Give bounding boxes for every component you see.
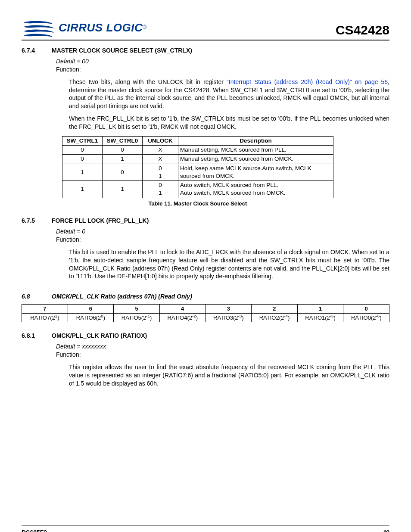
function-label: Function: (56, 351, 389, 359)
paragraph: This register allows the user to find th… (69, 363, 389, 388)
cell: 1 (62, 181, 103, 198)
bit-header-row: 7 6 5 4 3 2 1 0 (22, 305, 389, 314)
cell: Auto switch, MCLK sourced from PLL.Auto … (178, 181, 333, 198)
table-row: 0 1 X Manual setting, MCLK sourced from … (62, 155, 333, 164)
bit-num: 3 (206, 305, 252, 314)
cell: X (143, 155, 178, 164)
bit-num: 7 (22, 305, 68, 314)
bit-num: 0 (343, 305, 389, 314)
cell: 1 (103, 181, 143, 198)
page-header: CIRRUS LOGIC® CS42428 (22, 17, 389, 40)
cell: 0 (103, 164, 143, 180)
cell: 0 (103, 146, 143, 155)
bit-name: RATIO5(2-1) (114, 313, 160, 322)
text: These two bits, along with the UNLOCK bi… (69, 78, 227, 85)
default-block: Default = 0 Function: (56, 227, 389, 244)
doc-id: DS605F2 (22, 529, 47, 532)
cell: 01 (143, 181, 178, 198)
bit-name-row: RATIO7(21) RATIO6(20) RATIO5(2-1) RATIO4… (22, 313, 389, 322)
default-value: Default = 0 (56, 227, 389, 236)
function-label: Function: (56, 65, 389, 74)
section-6-8-1-heading: 6.8.1 OMCK/PLL_CLK RATIO (RATIOX) (22, 332, 389, 340)
bit-name: RATIO2(2-4) (252, 313, 298, 322)
logo-text: CIRRUS LOGIC® (59, 20, 146, 35)
table-row: 1 1 01 Auto switch, MCLK sourced from PL… (62, 181, 333, 198)
function-label: Function: (56, 236, 389, 244)
cell: Manual setting, MCLK sourced from PLL. (178, 146, 333, 155)
col-unlock: UNLOCK (143, 137, 178, 146)
bit-num: 4 (159, 305, 206, 314)
section-6-7-4-heading: 6.7.4 MASTER CLOCK SOURCE SELECT (SW_CTR… (22, 47, 389, 55)
section-title: MASTER CLOCK SOURCE SELECT (SW_CTRLX) (52, 47, 192, 55)
table-row: 0 0 X Manual setting, MCLK sourced from … (62, 146, 333, 155)
bit-name: RATIO7(21) (22, 313, 68, 322)
company-logo: CIRRUS LOGIC® (22, 17, 146, 39)
cell: 1 (62, 164, 103, 180)
cell: Manual setting, MCLK sourced from OMCK. (178, 155, 333, 164)
bit-name: RATIO0(2-6) (343, 313, 389, 322)
cell: 0 (62, 146, 103, 155)
col-sw-ctrl0: SW_CTRL0 (103, 137, 143, 146)
bit-num: 6 (68, 305, 114, 314)
bit-name: RATIO1(2-5) (297, 313, 343, 322)
section-number: 6.8 (22, 292, 41, 301)
bit-name: RATIO3(2-3) (206, 313, 252, 322)
page-number: 49 (383, 529, 389, 532)
cell: Hold, keep same MCLK source.Auto switch,… (178, 164, 333, 180)
paragraph: These two bits, along with the UNLOCK bi… (69, 78, 389, 111)
section-6-7-5-heading: 6.7.5 FORCE PLL LOCK (FRC_PLL_LK) (22, 217, 389, 225)
bit-name: RATIO6(20) (68, 313, 114, 322)
cell: 0 (62, 155, 103, 164)
col-sw-ctrl1: SW_CTRL1 (62, 137, 103, 146)
cell: X (143, 146, 178, 155)
paragraph: When the FRC_PLL_LK bit is set to '1'b, … (69, 115, 389, 131)
default-block: Default = 00 Function: (56, 57, 389, 74)
cell: 01 (143, 164, 178, 180)
section-number: 6.8.1 (22, 332, 41, 340)
default-value: Default = 00 (56, 57, 389, 65)
table-caption: Table 11. Master Clock Source Select (62, 200, 333, 208)
section-title: FORCE PLL LOCK (FRC_PLL_LK) (52, 217, 149, 225)
table-master-clock-source: SW_CTRL1 SW_CTRL0 UNLOCK Description 0 0… (62, 136, 333, 198)
section-number: 6.7.5 (22, 217, 41, 225)
section-title: OMCK/PLL_CLK Ratio (address 07h) (Read O… (52, 292, 192, 301)
default-value: Default = xxxxxxxx (56, 342, 389, 351)
link-interrupt-status[interactable]: "Interrupt Status (address 20h) (Read On… (227, 78, 388, 85)
paragraph: This bit is used to enable the PLL to lo… (69, 248, 389, 281)
bit-num: 5 (114, 305, 160, 314)
bit-name: RATIO4(2-2) (159, 313, 206, 322)
section-title: OMCK/PLL_CLK RATIO (RATIOX) (52, 332, 147, 340)
table-header-row: SW_CTRL1 SW_CTRL0 UNLOCK Description (62, 137, 333, 146)
page-footer: DS605F2 49 (22, 526, 389, 532)
table-bit-layout: 7 6 5 4 3 2 1 0 RATIO7(21) RATIO6(20) RA… (22, 304, 389, 322)
bit-num: 2 (252, 305, 298, 314)
default-block: Default = xxxxxxxx Function: (56, 342, 389, 359)
bit-num: 1 (297, 305, 343, 314)
cell: 1 (103, 155, 143, 164)
section-number: 6.7.4 (22, 47, 41, 55)
cirrus-wave-icon (22, 17, 56, 39)
section-6-8-heading: 6.8 OMCK/PLL_CLK Ratio (address 07h) (Re… (22, 292, 389, 301)
table-row: 1 0 01 Hold, keep same MCLK source.Auto … (62, 164, 333, 180)
col-description: Description (178, 137, 333, 146)
part-number: CS42428 (336, 22, 389, 39)
